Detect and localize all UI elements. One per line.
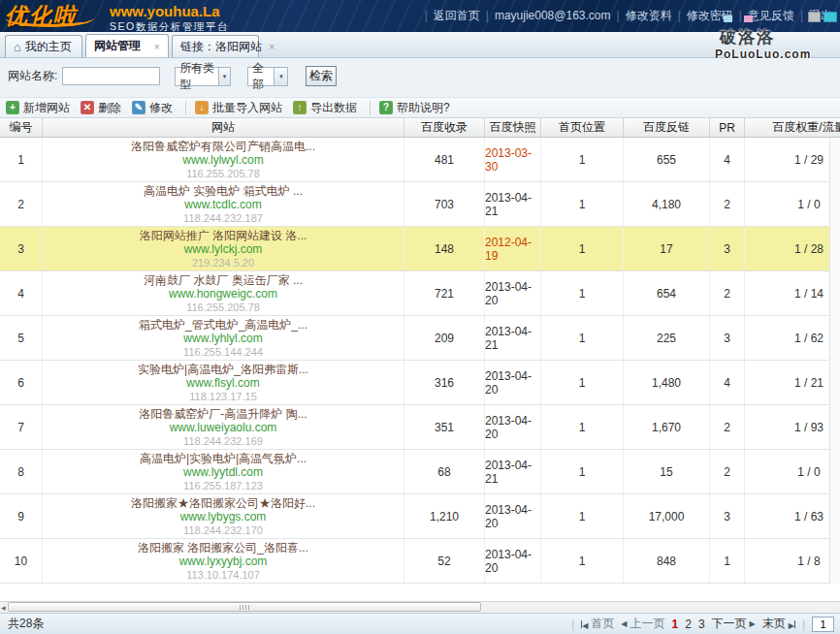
column-header-site[interactable]: 网站 <box>43 118 404 137</box>
cell-site: 箱式电炉_管式电炉_高温电炉_... www.lyhlyl.com 116.25… <box>43 316 404 360</box>
site-title-link[interactable]: 箱式电炉_管式电炉_高温电炉_... <box>139 318 307 332</box>
scope-select[interactable]: 全部 ▼ <box>247 67 288 86</box>
header-link[interactable]: mayujie008@163.com <box>495 9 611 22</box>
prev-page-button[interactable]: ◀ 上一页 <box>621 616 664 632</box>
header-link[interactable]: 意见反馈 <box>748 9 794 22</box>
add-site-button[interactable]: +新增网站 <box>6 100 70 116</box>
delete-site-button[interactable]: ✕删除 <box>81 100 121 116</box>
help-button[interactable]: ?帮助说明? <box>379 100 450 116</box>
table-row[interactable]: 1 洛阳鲁威窑炉有限公司产销高温电... www.lylwyl.com 116.… <box>0 138 840 182</box>
cell-backlinks: 17,000 <box>624 494 710 538</box>
site-url-link[interactable]: www.lyxyybj.com <box>179 555 268 568</box>
cell-position: 1 <box>541 450 624 493</box>
table-row[interactable]: 10 洛阳搬家 洛阳搬家公司_洛阳喜... www.lyxyybj.com 11… <box>0 539 840 584</box>
search-button[interactable]: 检索 <box>306 66 337 86</box>
last-page-button[interactable]: 末页 ▶ <box>762 616 795 632</box>
column-header-baidu-snapshot[interactable]: 百度快照 <box>485 118 541 137</box>
page-number-3[interactable]: 3 <box>698 618 705 631</box>
page-number-1[interactable]: 1 <box>672 618 679 631</box>
column-header-baidu-backlinks[interactable]: 百度反链 <box>624 118 710 137</box>
column-header-id[interactable]: 编号 <box>0 118 43 137</box>
site-url-link[interactable]: www.tcdlc.com <box>184 198 261 211</box>
site-title-link[interactable]: 高温电炉|实验电炉|高温气氛炉... <box>140 452 307 465</box>
vertical-scrollbar[interactable] <box>829 138 840 584</box>
column-header-pr[interactable]: PR <box>710 118 745 137</box>
edit-site-button[interactable]: ✎修改 <box>132 100 173 116</box>
batch-import-button[interactable]: ↓批量导入网站 <box>195 100 282 116</box>
column-header-weight[interactable]: 百度权重/流量 <box>745 118 840 137</box>
brand-block: www.youhua.La SEO数据分析管理平台 <box>110 3 229 34</box>
column-header-home-position[interactable]: 首页位置 <box>541 118 624 137</box>
cell-included: 68 <box>404 450 485 493</box>
page-number-input[interactable] <box>812 617 834 632</box>
tab-links-luoyang[interactable]: 链接：洛阳网站 × <box>172 35 259 57</box>
site-title-link[interactable]: 实验电炉|高温电炉_洛阳弗雷斯... <box>138 363 308 376</box>
cell-position: 1 <box>541 361 624 404</box>
tab-site-manage[interactable]: 网站管理 × <box>85 34 169 57</box>
site-title-link[interactable]: 洛阳搬家★洛阳搬家公司★洛阳好... <box>131 496 315 510</box>
column-header-baidu-included[interactable]: 百度收录 <box>404 118 485 137</box>
grid-toolbar: +新增网站✕删除✎修改↓批量导入网站↑导出数据?帮助说明? <box>0 97 840 118</box>
chevron-down-icon[interactable]: ▼ <box>274 68 287 85</box>
table-row[interactable]: 7 洛阳鲁威窑炉厂-高温升降炉 陶... www.luweiyaolu.com … <box>0 405 840 450</box>
next-page-button[interactable]: 下一页 ▶ <box>712 616 756 632</box>
site-url-link[interactable]: www.hongweigc.com <box>169 287 277 301</box>
cell-included: 148 <box>404 227 485 270</box>
site-title-link[interactable]: 河南鼓厂 水鼓厂 奥运缶厂家 ... <box>144 273 303 287</box>
first-page-button[interactable]: ◀ 首页 <box>581 616 614 632</box>
cell-pr: 2 <box>710 182 745 226</box>
cell-backlinks: 1,480 <box>624 361 710 404</box>
site-url-link[interactable]: www.lylckj.com <box>184 242 263 256</box>
scope-select-value: 全部 <box>252 60 274 93</box>
cell-position: 1 <box>541 494 624 538</box>
scroll-left-icon[interactable]: ◀ <box>1 604 6 611</box>
site-title-link[interactable]: 洛阳鲁威窑炉有限公司产销高温电... <box>131 140 315 153</box>
site-url-link[interactable]: www.luweiyaolu.com <box>170 421 277 434</box>
chevron-down-icon[interactable]: ▼ <box>218 68 231 85</box>
site-url-link[interactable]: www.lylwyl.com <box>182 153 263 167</box>
site-ip: 116.255.205.78 <box>186 167 260 180</box>
site-title-link[interactable]: 洛阳搬家 洛阳搬家公司_洛阳喜... <box>138 541 308 555</box>
table-row[interactable]: 3 洛阳网站推广 洛阳网站建设 洛... www.lylckj.com 219.… <box>0 227 840 271</box>
table-row[interactable]: 8 高温电炉|实验电炉|高温气氛炉... www.lyytdl.com 116.… <box>0 450 840 494</box>
export-data-button[interactable]: ↑导出数据 <box>293 100 357 116</box>
site-title-link[interactable]: 洛阳网站推广 洛阳网站建设 洛... <box>140 229 307 242</box>
page-number-2[interactable]: 2 <box>685 618 692 631</box>
site-title-link[interactable]: 高温电炉 实验电炉 箱式电炉 ... <box>144 184 303 198</box>
import-icon: ↓ <box>195 101 209 114</box>
toolbar-button-label: 删除 <box>98 100 121 116</box>
table-row[interactable]: 2 高温电炉 实验电炉 箱式电炉 ... www.tcdlc.com 118.2… <box>0 182 840 227</box>
site-url-link[interactable]: www.lyhlyl.com <box>183 332 262 345</box>
cell-included: 1,210 <box>404 494 485 538</box>
cell-backlinks: 655 <box>624 138 710 181</box>
filter-bar: 网站名称: 所有类型 ▼ 全部 ▼ 检索 <box>0 58 840 97</box>
site-url-link[interactable]: www.lyytdl.com <box>183 465 263 479</box>
header-link[interactable]: 修改资料 <box>626 9 672 22</box>
table-row[interactable]: 6 实验电炉|高温电炉_洛阳弗雷斯... www.flsyl.com 118.1… <box>0 361 840 405</box>
close-icon[interactable]: × <box>147 41 160 52</box>
cell-weight: 1 / 29 <box>745 153 840 167</box>
cell-pr: 3 <box>710 227 745 270</box>
cell-row-id: 5 <box>0 316 43 360</box>
header-link[interactable]: 返回首页 <box>434 9 480 22</box>
tab-my-home[interactable]: ⌂ 我的主页 <box>5 35 82 57</box>
cell-row-id: 9 <box>0 494 43 538</box>
row-id: 1 <box>17 153 24 167</box>
row-id: 5 <box>17 332 24 345</box>
horizontal-scrollbar-thumb[interactable] <box>8 602 481 612</box>
horizontal-scrollbar[interactable]: ◀ <box>0 601 840 613</box>
table-row[interactable]: 4 河南鼓厂 水鼓厂 奥运缶厂家 ... www.hongweigc.com 1… <box>0 271 840 316</box>
site-url-link[interactable]: www.flsyl.com <box>186 376 259 390</box>
type-select[interactable]: 所有类型 ▼ <box>175 67 231 86</box>
close-icon[interactable]: × <box>262 41 275 52</box>
cell-snapshot: 2013-04-20 <box>485 539 541 583</box>
site-name-input[interactable] <box>62 67 160 85</box>
table-row[interactable]: 5 箱式电炉_管式电炉_高温电炉_... www.lyhlyl.com 116.… <box>0 316 840 361</box>
site-url-link[interactable]: www.lybygs.com <box>180 510 267 523</box>
watermark-square-blue <box>724 16 732 22</box>
table-row[interactable]: 9 洛阳搬家★洛阳搬家公司★洛阳好... www.lybygs.com 118.… <box>0 494 840 539</box>
site-title-link[interactable]: 洛阳鲁威窑炉厂-高温升降炉 陶... <box>139 407 307 421</box>
cell-weight-outer: 1 / 29 <box>745 138 840 181</box>
row-id: 4 <box>17 287 24 301</box>
toolbar-button-label: 新增网站 <box>23 100 70 116</box>
